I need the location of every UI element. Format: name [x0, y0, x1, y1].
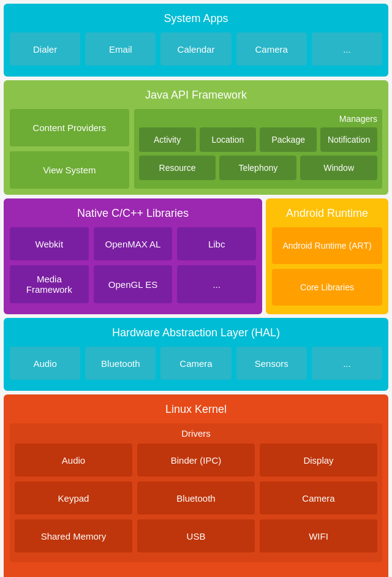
hal-title: Hardware Abstraction Layer (HAL) — [10, 324, 382, 342]
notification-box: Notification — [320, 127, 377, 152]
system-apps-layer: System Apps Dialer Email Calendar Camera… — [4, 4, 388, 77]
android-runtime-title: Android Runtime — [272, 205, 382, 222]
java-api-content: Content Providers View System Managers A… — [10, 109, 382, 189]
display-box: Display — [260, 443, 377, 477]
package-box: Package — [260, 127, 317, 152]
drivers-title: Drivers — [15, 428, 377, 439]
hal-sensors-box: Sensors — [236, 347, 307, 380]
calendar-box: Calendar — [160, 32, 231, 66]
kernel-bluetooth-box: Bluetooth — [137, 481, 255, 515]
native-more-box: ... — [177, 265, 256, 303]
java-api-title: Java API Framework — [10, 86, 382, 104]
binder-ipc-box: Binder (IPC) — [137, 443, 255, 477]
libc-box: Libc — [177, 227, 256, 260]
java-api-layer: Java API Framework Content Providers Vie… — [4, 80, 388, 195]
native-row1: Webkit OpenMAX AL Libc — [10, 227, 256, 260]
power-management-box: Power Management — [10, 567, 382, 577]
openmax-box: OpenMAX AL — [94, 227, 173, 260]
view-system-box: View System — [10, 151, 129, 189]
telephony-box: Telephony — [219, 156, 296, 180]
hal-camera-box: Camera — [160, 347, 231, 380]
opengl-box: OpenGL ES — [94, 265, 173, 303]
mid-row: Native C/C++ Libraries Webkit OpenMAX AL… — [4, 198, 388, 314]
hal-bluetooth-box: Bluetooth — [85, 347, 156, 380]
webkit-box: Webkit — [10, 227, 89, 260]
hal-row: Audio Bluetooth Camera Sensors ... — [10, 347, 382, 380]
system-apps-title: System Apps — [10, 10, 382, 28]
managers-row1: Activity Location Package Notification — [139, 127, 377, 152]
content-providers-box: Content Providers — [10, 109, 129, 146]
location-box: Location — [200, 127, 257, 152]
drivers-row1: Audio Binder (IPC) Display — [15, 443, 377, 477]
content-view-section: Content Providers View System — [10, 109, 129, 189]
camera-box: Camera — [236, 32, 307, 66]
dialer-box: Dialer — [10, 32, 80, 66]
more-box: ... — [312, 32, 382, 66]
hal-more-box: ... — [312, 347, 382, 380]
linux-kernel-title: Linux Kernel — [10, 401, 382, 418]
hal-audio-box: Audio — [10, 347, 80, 380]
email-box: Email — [85, 32, 156, 66]
native-row2: Media Framework OpenGL ES ... — [10, 265, 256, 303]
keypad-box: Keypad — [15, 481, 132, 515]
kernel-audio-box: Audio — [15, 443, 132, 477]
wifi-box: WIFI — [260, 519, 377, 552]
system-apps-row: Dialer Email Calendar Camera ... — [10, 32, 382, 66]
kernel-camera-box: Camera — [260, 481, 377, 515]
window-box: Window — [300, 156, 377, 180]
usb-box: USB — [137, 519, 255, 552]
activity-box: Activity — [139, 127, 196, 152]
art-box: Android Runtime (ART) — [272, 227, 382, 264]
drivers-section: Drivers Audio Binder (IPC) Display Keypa… — [10, 423, 382, 562]
managers-section: Managers Activity Location Package Notif… — [134, 109, 382, 189]
media-framework-box: Media Framework — [10, 265, 89, 303]
drivers-row3: Shared Memory USB WIFI — [15, 519, 377, 552]
managers-title: Managers — [139, 114, 377, 124]
linux-kernel-layer: Linux Kernel Drivers Audio Binder (IPC) … — [4, 394, 388, 577]
shared-memory-box: Shared Memory — [15, 519, 132, 552]
android-runtime-layer: Android Runtime Android Runtime (ART) Co… — [266, 198, 388, 314]
drivers-row2: Keypad Bluetooth Camera — [15, 481, 377, 515]
hal-layer: Hardware Abstraction Layer (HAL) Audio B… — [4, 318, 388, 391]
native-libs-title: Native C/C++ Libraries — [10, 205, 256, 222]
native-libs-layer: Native C/C++ Libraries Webkit OpenMAX AL… — [4, 198, 262, 314]
resource-box: Resource — [139, 156, 216, 180]
managers-row2: Resource Telephony Window — [139, 156, 377, 180]
core-libraries-box: Core Libraries — [272, 269, 382, 306]
